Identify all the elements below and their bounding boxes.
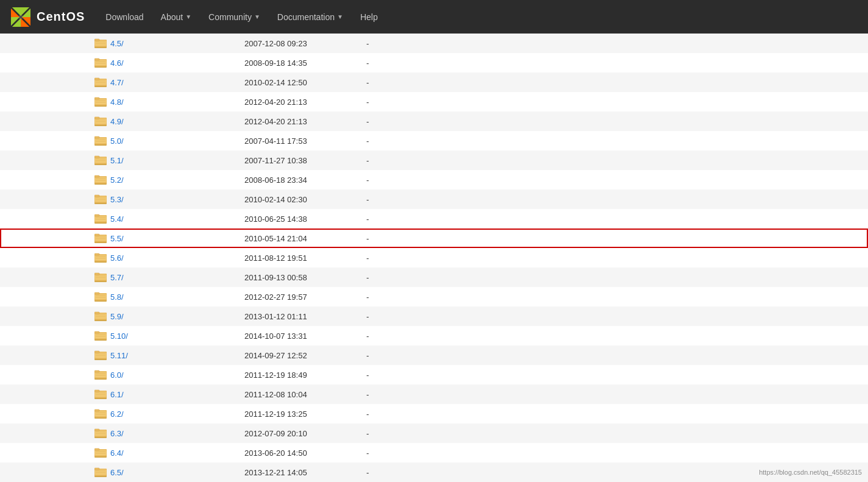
dir-link[interactable]: 5.5/ xyxy=(110,234,124,243)
table-row: 5.9/2013-01-12 01:11- xyxy=(0,307,868,326)
dir-link[interactable]: 6.0/ xyxy=(110,370,124,380)
dir-date: 2010-02-14 12:50 xyxy=(244,78,366,87)
dir-date: 2010-06-25 14:38 xyxy=(244,214,366,224)
logo[interactable]: CentOS xyxy=(10,6,85,28)
table-row: 6.1/2011-12-08 10:04- xyxy=(0,385,868,404)
dir-link[interactable]: 6.4/ xyxy=(110,448,124,458)
svg-rect-60 xyxy=(94,157,107,163)
nav-help[interactable]: Help xyxy=(352,0,386,34)
dir-name: 5.3/ xyxy=(110,195,244,204)
svg-rect-168 xyxy=(96,414,105,415)
dir-link[interactable]: 4.8/ xyxy=(110,97,124,107)
dir-link[interactable]: 5.8/ xyxy=(110,292,124,302)
folder-icon xyxy=(94,135,107,147)
dir-link[interactable]: 6.1/ xyxy=(110,390,124,399)
dir-link[interactable]: 5.0/ xyxy=(110,136,124,146)
table-row: 5.2/2008-06-18 23:34- xyxy=(0,170,868,190)
svg-rect-152 xyxy=(96,375,105,376)
svg-rect-31 xyxy=(96,80,105,82)
dir-date: 2011-08-12 19:51 xyxy=(244,253,366,263)
dir-date: 2007-12-08 09:23 xyxy=(244,39,366,48)
folder-icon xyxy=(94,271,107,284)
dir-name: 5.11/ xyxy=(110,351,244,360)
svg-rect-55 xyxy=(96,139,105,140)
dir-link[interactable]: 5.1/ xyxy=(110,156,124,165)
dir-link[interactable]: 4.9/ xyxy=(110,117,124,126)
dir-link[interactable]: 5.3/ xyxy=(110,195,124,204)
svg-rect-151 xyxy=(96,373,105,374)
table-row: 5.0/2007-04-11 17:53- xyxy=(0,131,868,151)
dir-size: - xyxy=(366,136,369,146)
svg-rect-12 xyxy=(94,40,107,46)
dir-name: 5.7/ xyxy=(110,273,244,282)
svg-rect-8 xyxy=(19,15,23,19)
folder-icon xyxy=(94,213,107,225)
dir-link[interactable]: 5.7/ xyxy=(110,273,124,282)
svg-rect-191 xyxy=(96,470,105,472)
documentation-dropdown-arrow: ▼ xyxy=(337,13,343,20)
folder-icon xyxy=(94,193,107,206)
nav-about[interactable]: About ▼ xyxy=(152,0,201,34)
table-row: 5.8/2012-02-27 19:57- xyxy=(0,287,868,307)
dir-size: - xyxy=(366,214,369,224)
table-row: 6.0/2011-12-19 18:49- xyxy=(0,365,868,385)
svg-rect-156 xyxy=(94,391,107,397)
dir-name: 6.5/ xyxy=(110,468,244,477)
folder-icon xyxy=(94,466,107,479)
dir-size: - xyxy=(366,292,369,302)
folder-icon xyxy=(94,310,107,323)
dir-name: 5.0/ xyxy=(110,136,244,146)
svg-rect-32 xyxy=(96,82,105,83)
dir-name: 5.10/ xyxy=(110,331,244,341)
folder-icon xyxy=(94,232,107,245)
table-row: 6.2/2011-12-19 13:25- xyxy=(0,404,868,424)
dir-link[interactable]: 5.2/ xyxy=(110,175,124,185)
svg-rect-71 xyxy=(96,178,105,179)
svg-rect-124 xyxy=(94,313,107,319)
dir-date: 2008-09-18 14:35 xyxy=(244,58,366,68)
nav-community[interactable]: Community ▼ xyxy=(200,0,269,34)
dir-link[interactable]: 4.6/ xyxy=(110,58,124,68)
svg-rect-16 xyxy=(96,43,105,44)
nav-download[interactable]: Download xyxy=(97,0,152,34)
folder-icon xyxy=(94,154,107,167)
watermark: https://blog.csdn.net/qq_45582315 xyxy=(759,469,862,476)
dir-link[interactable]: 6.5/ xyxy=(110,468,124,477)
svg-rect-103 xyxy=(96,256,105,257)
navbar: CentOS Download About ▼ Community ▼ Docu… xyxy=(0,0,868,34)
svg-rect-175 xyxy=(96,431,105,433)
dir-link[interactable]: 4.7/ xyxy=(110,78,124,87)
dir-link[interactable]: 4.5/ xyxy=(110,39,124,48)
dir-date: 2011-12-08 10:04 xyxy=(244,390,366,399)
dir-link[interactable]: 5.10/ xyxy=(110,331,128,341)
dir-link[interactable]: 5.6/ xyxy=(110,253,124,263)
dir-link[interactable]: 5.9/ xyxy=(110,312,124,321)
dir-link[interactable]: 6.3/ xyxy=(110,429,124,438)
dir-link[interactable]: 5.11/ xyxy=(110,351,128,360)
folder-icon xyxy=(94,76,107,89)
table-row: 5.4/2010-06-25 14:38- xyxy=(0,209,868,229)
dir-date: 2014-10-07 13:31 xyxy=(244,331,366,341)
svg-rect-164 xyxy=(94,410,107,417)
dir-name: 5.9/ xyxy=(110,312,244,321)
dir-name: 6.2/ xyxy=(110,409,244,419)
about-dropdown-arrow: ▼ xyxy=(185,13,191,20)
dir-size: - xyxy=(366,234,369,243)
folder-icon xyxy=(94,96,107,108)
svg-rect-64 xyxy=(96,160,105,161)
dir-name: 5.5/ xyxy=(110,234,244,243)
dir-link[interactable]: 5.4/ xyxy=(110,214,124,224)
dir-size: - xyxy=(366,390,369,399)
dir-link[interactable]: 6.2/ xyxy=(110,409,124,419)
dir-date: 2014-09-27 12:52 xyxy=(244,351,366,360)
svg-rect-116 xyxy=(94,293,107,300)
folder-icon xyxy=(94,291,107,303)
svg-rect-47 xyxy=(96,119,105,121)
svg-rect-140 xyxy=(94,352,107,358)
dir-date: 2013-12-21 14:05 xyxy=(244,468,366,477)
svg-rect-132 xyxy=(94,332,107,339)
table-row: 5.1/2007-11-27 10:38- xyxy=(0,151,868,170)
dir-name: 4.8/ xyxy=(110,97,244,107)
table-row: 6.5/2013-12-21 14:05- xyxy=(0,463,868,482)
nav-documentation[interactable]: Documentation ▼ xyxy=(269,0,352,34)
